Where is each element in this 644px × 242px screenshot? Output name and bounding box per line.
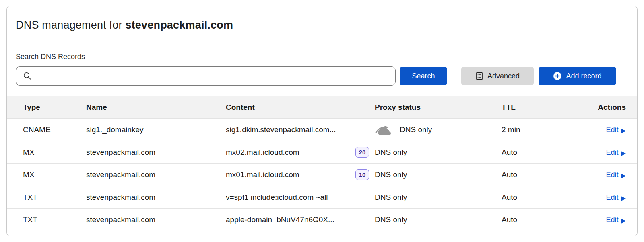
record-ttl: Auto xyxy=(502,148,560,157)
chevron-right-icon: ▶ xyxy=(621,195,626,201)
record-name: stevenpackmail.com xyxy=(86,215,226,224)
table-row: CNAME sig1._domainkey sig1.dkim.stevenpa… xyxy=(7,119,637,141)
search-input[interactable] xyxy=(16,66,396,86)
column-header-actions: Actions xyxy=(560,103,638,112)
chevron-right-icon: ▶ xyxy=(621,127,626,133)
page-title-prefix: DNS management for xyxy=(16,19,125,31)
add-record-button[interactable]: Add record xyxy=(539,67,616,85)
record-ttl: Auto xyxy=(502,170,560,179)
edit-record-button[interactable]: Edit▶ xyxy=(606,216,626,224)
dns-records-table: Type Name Content Proxy status TTL Actio… xyxy=(7,96,637,231)
table-body: CNAME sig1._domainkey sig1.dkim.stevenpa… xyxy=(7,119,637,231)
dns-management-card: DNS management for stevenpackmail.com Se… xyxy=(6,6,638,236)
list-document-icon xyxy=(475,72,483,80)
record-ttl: Auto xyxy=(502,215,560,224)
advanced-button-label: Advanced xyxy=(487,72,520,80)
edit-record-button[interactable]: Edit▶ xyxy=(606,193,626,202)
record-content: mx02.mail.icloud.com xyxy=(226,148,299,157)
table-row: MX stevenpackmail.com mx02.mail.icloud.c… xyxy=(7,141,637,164)
dns-only-cloud-icon xyxy=(375,124,393,136)
table-row: MX stevenpackmail.com mx01.mail.icloud.c… xyxy=(7,164,637,186)
advanced-button[interactable]: Advanced xyxy=(461,67,534,85)
proxy-status-text: DNS only xyxy=(375,148,407,157)
edit-label: Edit xyxy=(606,148,618,157)
edit-record-button[interactable]: Edit▶ xyxy=(606,126,626,134)
proxy-status-text: DNS only xyxy=(400,125,432,134)
record-name: stevenpackmail.com xyxy=(86,148,226,157)
record-content: sig1.dkim.stevenpackmail.com... xyxy=(226,125,336,134)
page-title: DNS management for stevenpackmail.com xyxy=(16,18,628,32)
chevron-right-icon: ▶ xyxy=(621,150,626,156)
edit-label: Edit xyxy=(606,193,618,202)
proxy-status-text: DNS only xyxy=(375,215,407,224)
search-toolbar: Search Advanced xyxy=(16,66,628,86)
edit-record-button[interactable]: Edit▶ xyxy=(606,148,626,157)
column-header-type: Type xyxy=(7,103,86,112)
plus-circle-icon xyxy=(553,72,562,80)
edit-label: Edit xyxy=(606,216,618,224)
edit-label: Edit xyxy=(606,171,618,179)
record-type: TXT xyxy=(7,215,86,224)
column-header-proxy-status: Proxy status xyxy=(375,103,502,112)
edit-record-button[interactable]: Edit▶ xyxy=(606,171,626,179)
table-header-row: Type Name Content Proxy status TTL Actio… xyxy=(7,96,637,119)
record-ttl: 2 min xyxy=(502,125,560,134)
record-name: stevenpackmail.com xyxy=(86,193,226,202)
search-button[interactable]: Search xyxy=(400,67,447,85)
column-header-name: Name xyxy=(86,103,226,112)
record-type: TXT xyxy=(7,193,86,202)
proxy-status-text: DNS only xyxy=(375,170,407,179)
record-type: MX xyxy=(7,170,86,179)
table-row: TXT stevenpackmail.com apple-domain=bNuV… xyxy=(7,209,637,231)
page-title-domain: stevenpackmail.com xyxy=(125,19,233,31)
record-type: CNAME xyxy=(7,125,86,134)
table-row: TXT stevenpackmail.com v=spf1 include:ic… xyxy=(7,186,637,209)
record-name: stevenpackmail.com xyxy=(86,170,226,179)
record-content: mx01.mail.icloud.com xyxy=(226,170,299,179)
add-record-button-label: Add record xyxy=(566,72,601,80)
mx-priority-badge: 20 xyxy=(355,147,369,158)
edit-label: Edit xyxy=(606,126,618,134)
search-label: Search DNS Records xyxy=(16,53,628,61)
chevron-right-icon: ▶ xyxy=(621,217,626,224)
column-header-ttl: TTL xyxy=(502,103,560,112)
column-header-content: Content xyxy=(226,103,375,112)
record-content: v=spf1 include:icloud.com ~all xyxy=(226,193,328,202)
record-type: MX xyxy=(7,148,86,157)
record-name: sig1._domainkey xyxy=(86,125,226,134)
record-content: apple-domain=bNuV47n6G0X... xyxy=(226,215,334,224)
chevron-right-icon: ▶ xyxy=(621,172,626,178)
proxy-status-text: DNS only xyxy=(375,193,407,202)
record-ttl: Auto xyxy=(502,193,560,202)
search-box xyxy=(16,66,396,86)
mx-priority-badge: 10 xyxy=(355,169,369,180)
